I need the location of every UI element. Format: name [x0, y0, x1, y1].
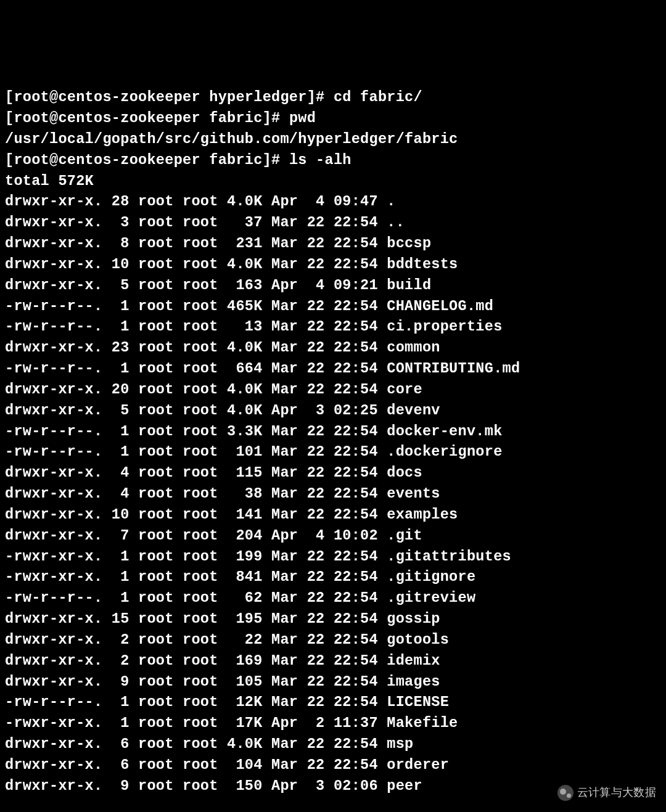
file-row: -rw-r--r--. 1 root root 62 Mar 22 22:54 … — [5, 588, 661, 609]
file-row: drwxr-xr-x. 23 root root 4.0K Mar 22 22:… — [5, 337, 661, 358]
file-row: drwxr-xr-x. 28 root root 4.0K Apr 4 09:4… — [5, 191, 661, 212]
file-row: -rwxr-xr-x. 1 root root 17K Apr 2 11:37 … — [5, 713, 661, 734]
file-row: drwxr-xr-x. 10 root root 4.0K Mar 22 22:… — [5, 254, 661, 275]
file-row: -rw-r--r--. 1 root root 3.3K Mar 22 22:5… — [5, 421, 661, 442]
file-row: -rw-r--r--. 1 root root 664 Mar 22 22:54… — [5, 358, 661, 379]
file-row: drwxr-xr-x. 6 root root 104 Mar 22 22:54… — [5, 755, 661, 776]
pwd-output: /usr/local/gopath/src/github.com/hyperle… — [5, 129, 661, 150]
file-row: drwxr-xr-x. 7 root root 204 Apr 4 10:02 … — [5, 525, 661, 546]
file-row: drwxr-xr-x. 10 root root 141 Mar 22 22:5… — [5, 504, 661, 525]
prompt: [root@centos-zookeeper fabric]# — [5, 110, 289, 126]
file-row: drwxr-xr-x. 15 root root 195 Mar 22 22:5… — [5, 609, 661, 630]
file-row: -rw-r--r--. 1 root root 12K Mar 22 22:54… — [5, 692, 661, 713]
terminal-output[interactable]: [root@centos-zookeeper hyperledger]# cd … — [5, 87, 661, 796]
watermark: 云计算与大数据 — [557, 785, 656, 801]
file-listing: drwxr-xr-x. 28 root root 4.0K Apr 4 09:4… — [5, 191, 661, 796]
file-row: -rw-r--r--. 1 root root 13 Mar 22 22:54 … — [5, 316, 661, 337]
prompt: [root@centos-zookeeper hyperledger]# — [5, 89, 334, 105]
wechat-icon — [557, 785, 574, 801]
command-line-3: [root@centos-zookeeper fabric]# ls -alh — [5, 150, 661, 171]
file-row: -rwxr-xr-x. 1 root root 199 Mar 22 22:54… — [5, 546, 661, 567]
file-row: drwxr-xr-x. 4 root root 115 Mar 22 22:54… — [5, 462, 661, 483]
command: pwd — [289, 110, 316, 126]
file-row: drwxr-xr-x. 6 root root 4.0K Mar 22 22:5… — [5, 734, 661, 755]
file-row: drwxr-xr-x. 3 root root 37 Mar 22 22:54 … — [5, 212, 661, 233]
file-row: -rw-r--r--. 1 root root 465K Mar 22 22:5… — [5, 296, 661, 317]
file-row: drwxr-xr-x. 8 root root 231 Mar 22 22:54… — [5, 233, 661, 254]
file-row: -rw-r--r--. 1 root root 101 Mar 22 22:54… — [5, 441, 661, 462]
command: cd fabric/ — [334, 89, 422, 105]
command: ls -alh — [289, 152, 352, 168]
command-line-1: [root@centos-zookeeper hyperledger]# cd … — [5, 87, 661, 108]
watermark-text: 云计算与大数据 — [577, 785, 656, 801]
file-row: drwxr-xr-x. 20 root root 4.0K Mar 22 22:… — [5, 379, 661, 400]
file-row: drwxr-xr-x. 9 root root 105 Mar 22 22:54… — [5, 671, 661, 692]
file-row: drwxr-xr-x. 5 root root 163 Apr 4 09:21 … — [5, 275, 661, 296]
file-row: drwxr-xr-x. 4 root root 38 Mar 22 22:54 … — [5, 483, 661, 504]
file-row: drwxr-xr-x. 5 root root 4.0K Apr 3 02:25… — [5, 400, 661, 421]
file-row: drwxr-xr-x. 2 root root 169 Mar 22 22:54… — [5, 650, 661, 671]
prompt: [root@centos-zookeeper fabric]# — [5, 152, 289, 168]
total-line: total 572K — [5, 171, 661, 192]
file-row: drwxr-xr-x. 2 root root 22 Mar 22 22:54 … — [5, 630, 661, 650]
file-row: -rwxr-xr-x. 1 root root 841 Mar 22 22:54… — [5, 567, 661, 588]
command-line-2: [root@centos-zookeeper fabric]# pwd — [5, 108, 661, 129]
